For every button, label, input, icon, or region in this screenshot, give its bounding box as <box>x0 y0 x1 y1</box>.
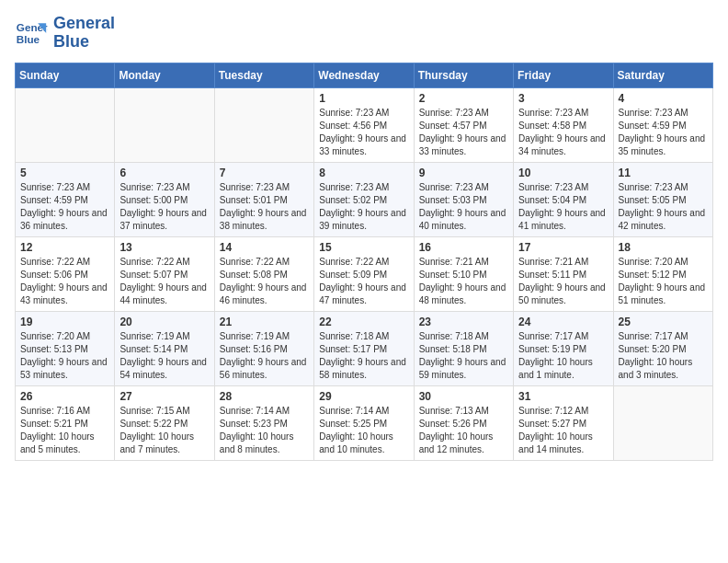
calendar-cell: 10Sunrise: 7:23 AMSunset: 5:04 PMDayligh… <box>514 162 613 236</box>
day-number: 12 <box>20 241 109 254</box>
day-info: Sunrise: 7:22 AMSunset: 5:08 PMDaylight:… <box>220 256 309 307</box>
calendar-week-row: 5Sunrise: 7:23 AMSunset: 4:59 PMDaylight… <box>16 162 713 236</box>
calendar-cell: 31Sunrise: 7:12 AMSunset: 5:27 PMDayligh… <box>514 385 613 460</box>
calendar-cell: 24Sunrise: 7:17 AMSunset: 5:19 PMDayligh… <box>514 311 613 385</box>
day-number: 4 <box>619 92 708 105</box>
calendar-cell: 29Sunrise: 7:14 AMSunset: 5:25 PMDayligh… <box>314 385 414 460</box>
day-info: Sunrise: 7:15 AMSunset: 5:22 PMDaylight:… <box>119 405 209 456</box>
logo-icon: General Blue <box>15 17 48 50</box>
logo-text: General Blue <box>53 15 115 52</box>
day-number: 25 <box>619 316 708 328</box>
calendar-cell: 12Sunrise: 7:22 AMSunset: 5:06 PMDayligh… <box>16 236 115 311</box>
calendar-cell: 6Sunrise: 7:23 AMSunset: 5:00 PMDaylight… <box>115 162 214 236</box>
weekday-header: Friday <box>514 63 613 87</box>
day-info: Sunrise: 7:23 AMSunset: 4:56 PMDaylight:… <box>319 107 408 158</box>
day-number: 22 <box>319 316 408 328</box>
calendar-week-row: 19Sunrise: 7:20 AMSunset: 5:13 PMDayligh… <box>16 311 713 385</box>
page-header: General Blue General Blue <box>15 15 713 52</box>
calendar-cell: 25Sunrise: 7:17 AMSunset: 5:20 PMDayligh… <box>613 311 712 385</box>
day-info: Sunrise: 7:19 AMSunset: 5:16 PMDaylight:… <box>220 330 309 382</box>
day-info: Sunrise: 7:23 AMSunset: 5:05 PMDaylight:… <box>619 181 708 233</box>
day-info: Sunrise: 7:22 AMSunset: 5:06 PMDaylight:… <box>20 256 109 307</box>
calendar-table: SundayMondayTuesdayWednesdayThursdayFrid… <box>15 63 713 461</box>
weekday-header: Saturday <box>613 63 712 87</box>
day-number: 30 <box>419 390 508 403</box>
calendar-cell: 9Sunrise: 7:23 AMSunset: 5:03 PMDaylight… <box>414 162 513 236</box>
day-number: 1 <box>319 92 408 105</box>
day-info: Sunrise: 7:22 AMSunset: 5:09 PMDaylight:… <box>319 256 408 307</box>
day-number: 18 <box>619 241 708 254</box>
calendar-week-row: 12Sunrise: 7:22 AMSunset: 5:06 PMDayligh… <box>16 236 713 311</box>
day-number: 5 <box>20 167 109 179</box>
day-number: 6 <box>119 167 209 179</box>
calendar-cell <box>16 87 115 162</box>
day-info: Sunrise: 7:12 AMSunset: 5:27 PMDaylight:… <box>518 405 608 456</box>
calendar-cell: 19Sunrise: 7:20 AMSunset: 5:13 PMDayligh… <box>16 311 115 385</box>
calendar-cell: 20Sunrise: 7:19 AMSunset: 5:14 PMDayligh… <box>115 311 214 385</box>
day-info: Sunrise: 7:23 AMSunset: 5:04 PMDaylight:… <box>518 181 608 233</box>
calendar-cell: 13Sunrise: 7:22 AMSunset: 5:07 PMDayligh… <box>115 236 214 311</box>
day-number: 26 <box>20 390 109 403</box>
calendar-cell: 18Sunrise: 7:20 AMSunset: 5:12 PMDayligh… <box>613 236 712 311</box>
day-number: 19 <box>20 316 109 328</box>
day-info: Sunrise: 7:17 AMSunset: 5:20 PMDaylight:… <box>619 330 708 382</box>
day-info: Sunrise: 7:23 AMSunset: 5:03 PMDaylight:… <box>419 181 508 233</box>
day-number: 8 <box>319 167 408 179</box>
calendar-cell: 27Sunrise: 7:15 AMSunset: 5:22 PMDayligh… <box>115 385 214 460</box>
day-number: 3 <box>518 92 608 105</box>
day-number: 16 <box>419 241 508 254</box>
calendar-cell: 7Sunrise: 7:23 AMSunset: 5:01 PMDaylight… <box>214 162 313 236</box>
calendar-cell: 28Sunrise: 7:14 AMSunset: 5:23 PMDayligh… <box>214 385 313 460</box>
day-number: 11 <box>619 167 708 179</box>
day-number: 15 <box>319 241 408 254</box>
svg-text:Blue: Blue <box>17 33 40 45</box>
day-number: 20 <box>119 316 209 328</box>
day-info: Sunrise: 7:22 AMSunset: 5:07 PMDaylight:… <box>119 256 209 307</box>
calendar-cell <box>115 87 214 162</box>
day-info: Sunrise: 7:23 AMSunset: 4:58 PMDaylight:… <box>518 107 608 158</box>
weekday-header: Wednesday <box>314 63 414 87</box>
calendar-cell: 11Sunrise: 7:23 AMSunset: 5:05 PMDayligh… <box>613 162 712 236</box>
day-info: Sunrise: 7:23 AMSunset: 5:02 PMDaylight:… <box>319 181 408 233</box>
calendar-week-row: 1Sunrise: 7:23 AMSunset: 4:56 PMDaylight… <box>16 87 713 162</box>
day-info: Sunrise: 7:23 AMSunset: 5:01 PMDaylight:… <box>220 181 309 233</box>
logo: General Blue General Blue <box>15 15 115 52</box>
day-number: 9 <box>419 167 508 179</box>
calendar-cell: 23Sunrise: 7:18 AMSunset: 5:18 PMDayligh… <box>414 311 513 385</box>
day-info: Sunrise: 7:23 AMSunset: 4:59 PMDaylight:… <box>619 107 708 158</box>
day-info: Sunrise: 7:23 AMSunset: 4:59 PMDaylight:… <box>20 181 109 233</box>
weekday-header: Thursday <box>414 63 513 87</box>
day-info: Sunrise: 7:18 AMSunset: 5:17 PMDaylight:… <box>319 330 408 382</box>
day-info: Sunrise: 7:13 AMSunset: 5:26 PMDaylight:… <box>419 405 508 456</box>
calendar-cell: 15Sunrise: 7:22 AMSunset: 5:09 PMDayligh… <box>314 236 414 311</box>
day-info: Sunrise: 7:16 AMSunset: 5:21 PMDaylight:… <box>20 405 109 456</box>
day-info: Sunrise: 7:20 AMSunset: 5:13 PMDaylight:… <box>20 330 109 382</box>
calendar-cell: 1Sunrise: 7:23 AMSunset: 4:56 PMDaylight… <box>314 87 414 162</box>
day-info: Sunrise: 7:23 AMSunset: 4:57 PMDaylight:… <box>419 107 508 158</box>
calendar-header-row: SundayMondayTuesdayWednesdayThursdayFrid… <box>16 63 713 87</box>
day-info: Sunrise: 7:21 AMSunset: 5:11 PMDaylight:… <box>518 256 608 307</box>
weekday-header: Sunday <box>16 63 115 87</box>
day-info: Sunrise: 7:17 AMSunset: 5:19 PMDaylight:… <box>518 330 608 382</box>
calendar-cell: 26Sunrise: 7:16 AMSunset: 5:21 PMDayligh… <box>16 385 115 460</box>
day-number: 17 <box>518 241 608 254</box>
calendar-cell: 17Sunrise: 7:21 AMSunset: 5:11 PMDayligh… <box>514 236 613 311</box>
calendar-cell: 22Sunrise: 7:18 AMSunset: 5:17 PMDayligh… <box>314 311 414 385</box>
day-number: 27 <box>119 390 209 403</box>
day-info: Sunrise: 7:18 AMSunset: 5:18 PMDaylight:… <box>419 330 508 382</box>
calendar-cell <box>613 385 712 460</box>
day-number: 29 <box>319 390 408 403</box>
weekday-header: Tuesday <box>214 63 313 87</box>
day-info: Sunrise: 7:23 AMSunset: 5:00 PMDaylight:… <box>119 181 209 233</box>
day-number: 14 <box>220 241 309 254</box>
day-info: Sunrise: 7:19 AMSunset: 5:14 PMDaylight:… <box>119 330 209 382</box>
day-info: Sunrise: 7:14 AMSunset: 5:23 PMDaylight:… <box>220 405 309 456</box>
day-number: 28 <box>220 390 309 403</box>
day-number: 2 <box>419 92 508 105</box>
calendar-cell: 21Sunrise: 7:19 AMSunset: 5:16 PMDayligh… <box>214 311 313 385</box>
day-number: 24 <box>518 316 608 328</box>
day-info: Sunrise: 7:20 AMSunset: 5:12 PMDaylight:… <box>619 256 708 307</box>
day-number: 10 <box>518 167 608 179</box>
calendar-cell: 16Sunrise: 7:21 AMSunset: 5:10 PMDayligh… <box>414 236 513 311</box>
calendar-cell: 30Sunrise: 7:13 AMSunset: 5:26 PMDayligh… <box>414 385 513 460</box>
